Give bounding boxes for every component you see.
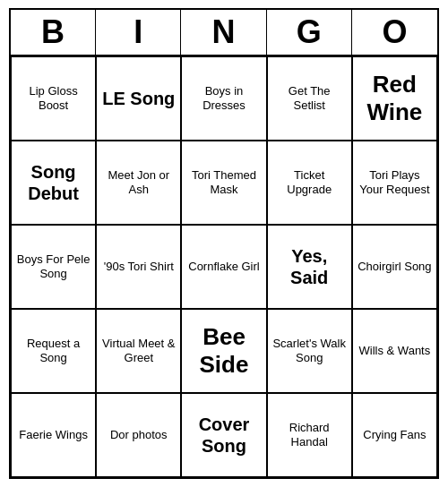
bingo-cell: Ticket Upgrade: [267, 141, 352, 225]
bingo-cell: Get The Setlist: [267, 56, 352, 141]
bingo-cell: Tori Plays Your Request: [352, 141, 437, 225]
bingo-cell: Dor photos: [96, 393, 181, 477]
header-letter: G: [267, 10, 352, 55]
bingo-cell: Choirgirl Song: [352, 225, 437, 309]
bingo-cell: Boys in Dresses: [181, 56, 266, 141]
bingo-cell: Bee Side: [181, 309, 266, 393]
bingo-cell: LE Song: [96, 56, 181, 141]
header-letter: N: [181, 10, 266, 55]
bingo-cell: Lip Gloss Boost: [11, 56, 96, 141]
bingo-cell: Scarlet's Walk Song: [267, 309, 352, 393]
bingo-grid: Lip Gloss BoostLE SongBoys in DressesGet…: [11, 56, 437, 477]
bingo-cell: Crying Fans: [352, 393, 437, 477]
header-letter: B: [11, 10, 96, 55]
bingo-cell: '90s Tori Shirt: [96, 225, 181, 309]
bingo-cell: Cornflake Girl: [181, 225, 266, 309]
bingo-card: BINGO Lip Gloss BoostLE SongBoys in Dres…: [9, 8, 439, 479]
header-letter: O: [352, 10, 437, 55]
bingo-cell: Wills & Wants: [352, 309, 437, 393]
bingo-cell: Boys For Pele Song: [11, 225, 96, 309]
bingo-cell: Red Wine: [352, 56, 437, 141]
bingo-cell: Tori Themed Mask: [181, 141, 266, 225]
bingo-cell: Faerie Wings: [11, 393, 96, 477]
bingo-cell: Request a Song: [11, 309, 96, 393]
bingo-header: BINGO: [11, 10, 437, 56]
bingo-cell: Richard Handal: [267, 393, 352, 477]
header-letter: I: [96, 10, 181, 55]
bingo-cell: Cover Song: [181, 393, 266, 477]
bingo-cell: Meet Jon or Ash: [96, 141, 181, 225]
bingo-cell: Song Debut: [11, 141, 96, 225]
bingo-cell: Virtual Meet & Greet: [96, 309, 181, 393]
bingo-cell: Yes, Said: [267, 225, 352, 309]
